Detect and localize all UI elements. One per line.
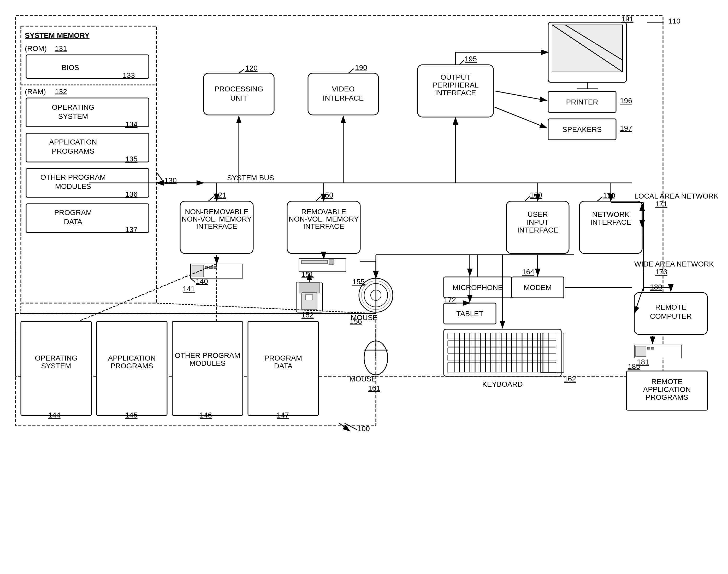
other-mod-label-2: MODULES [55,182,91,191]
svg-rect-55 [636,346,646,357]
lan-label: LOCAL AREA NETWORK [634,192,719,200]
app-label-2: PROGRAMS [52,147,94,155]
pu-label-2: UNIT [230,94,247,102]
exp-app-label-2: PROGRAMS [110,362,153,370]
rom-label: (ROM) [25,44,47,52]
svg-rect-56 [647,347,650,349]
ref-155: 155 [352,278,365,286]
ref-195: 195 [465,55,477,63]
keyboard-icon [444,329,561,376]
ref-110: 110 [668,17,681,25]
exp-modules-box [172,321,243,415]
other-mod-label-1: OTHER PROGRAM [40,173,106,181]
opi-label-1: OUTPUT [440,73,470,81]
ref-197: 197 [620,124,632,132]
svg-line-11 [208,197,214,201]
ni-label-2: INTERFACE [590,218,631,226]
ref-132: 132 [55,87,67,96]
uii-label-1: USER [528,210,548,218]
vi-label-1: VIDEO [332,85,355,93]
svg-line-8 [459,60,464,65]
ref-170: 170 [603,192,615,200]
svg-line-5 [156,172,163,181]
ref-131: 131 [55,44,67,52]
ref-152: 152 [302,311,314,319]
ref-135: 135 [125,155,138,163]
speakers-label: SPEAKERS [562,125,602,133]
expand-right [156,303,376,314]
rm-label-3: INTERFACE [303,222,344,231]
network-interface-box [580,201,642,253]
rap-label-3: PROGRAMS [645,393,688,401]
patent-diagram: 110 SYSTEM MEMORY (ROM) 131 BIOS 133 (RA… [0,0,728,574]
opi-label-2: PERIPHERAL [432,81,479,89]
svg-line-10 [597,197,602,201]
ref-144: 144 [48,411,60,419]
printer-label: PRINTER [566,98,598,106]
ref-100-arrow [339,423,350,431]
svg-line-17 [190,278,195,282]
ref-160: 160 [530,191,542,199]
ref-141: 141 [183,285,195,293]
ref-151: 151 [302,271,314,279]
svg-rect-57 [651,347,654,349]
svg-rect-19 [329,260,334,264]
ref-140: 140 [196,277,208,285]
exp-mod-label-2: MODULES [189,359,226,367]
rm-label-1: REMOVABLE [301,208,346,216]
svg-line-6 [239,69,244,73]
wan-label: WIDE AREA NETWORK [634,260,714,268]
prog-data-label-1: PROGRAM [54,208,92,216]
opi-to-speakers [495,107,547,128]
ref-134: 134 [125,120,138,128]
uii-label-2: INPUT [527,218,549,226]
svg-line-7 [349,69,354,73]
opi-label-3: INTERFACE [435,89,476,97]
ref-164: 164 [522,268,534,276]
ref-147: 147 [277,411,289,419]
rap-label-1: REMOTE [651,377,683,385]
system-bus-label: SYSTEM BUS [227,174,274,182]
svg-line-9 [525,197,530,201]
ref-156: 156 [350,318,362,326]
nrm-label-1: NON-REMOVABLE [185,208,248,216]
rap-label-2: APPLICATION [643,385,691,394]
ref-173: 173 [655,268,668,276]
ref-185: 185 [628,362,640,370]
mouse-label: MOUSE [350,375,376,383]
ref-150: 150 [321,191,333,199]
ref-136: 136 [125,190,138,198]
svg-rect-20 [299,283,320,293]
uii-label-3: INTERFACE [517,226,558,234]
svg-line-12 [316,197,321,201]
ref-196: 196 [620,97,632,105]
prog-data-label-2: DATA [64,218,83,226]
svg-rect-15 [209,266,213,269]
ref-191: 191 [621,15,634,23]
ref-133: 133 [123,71,135,79]
ram-label: (RAM) [25,87,46,96]
tablet-label: TABLET [456,310,484,318]
exp-os-label-1: OPERATING [35,354,78,362]
ref-171: 171 [655,200,668,208]
ref-146: 146 [200,411,212,419]
ref-162: 162 [564,375,576,383]
microphone-label: MICROPHONE [453,284,503,292]
rc-label-2: COMPUTER [650,312,692,320]
opi-to-printer [495,91,547,100]
rc-label-1: REMOTE [655,303,686,311]
svg-rect-22 [305,295,313,300]
ref-100: 100 [358,424,370,433]
os-label-1: OPERATING [52,103,94,111]
bios-label: BIOS [62,64,79,72]
nrm-label-3: INTERFACE [196,222,237,231]
modem-label: MODEM [524,284,552,292]
keyboard-label: KEYBOARD [482,380,523,388]
svg-rect-18 [302,260,328,263]
exp-data-label-2: DATA [274,362,292,370]
pu-label-1: PROCESSING [215,85,263,93]
system-memory-label: SYSTEM MEMORY [25,31,90,39]
svg-rect-13 [192,265,203,277]
vi-label-2: INTERFACE [323,94,364,102]
ref-161: 161 [368,384,380,392]
